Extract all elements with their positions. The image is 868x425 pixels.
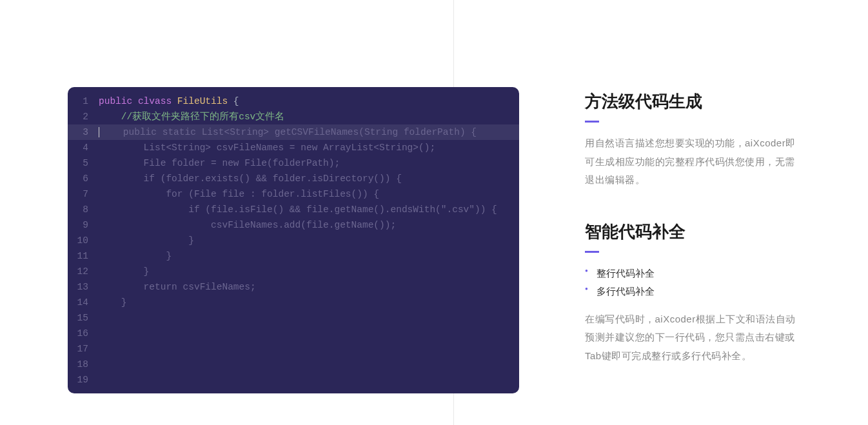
code-line: for (File file : folder.listFiles()) {: [99, 186, 519, 202]
line-number: 1: [68, 94, 88, 109]
feature-codegen: 方法级代码生成 用自然语言描述您想要实现的功能，aiXcoder即可生成相应功能…: [585, 90, 800, 190]
feature-description: 用自然语言描述您想要实现的功能，aiXcoder即可生成相应功能的完整程序代码供…: [585, 134, 800, 190]
line-number: 13: [68, 279, 88, 295]
code-line: //获取文件夹路径下的所有csv文件名: [99, 109, 519, 124]
code-editor-panel: 1 2 3 4 5 6 7 8 9 10 11 12 13 14 15 16 1…: [68, 87, 519, 393]
feature-bullet-list: 整行代码补全 多行代码补全: [585, 264, 800, 301]
line-number: 12: [68, 264, 88, 279]
code-line: return csvFileNames;: [99, 279, 519, 295]
line-number: 5: [68, 155, 88, 171]
features-panel: 方法级代码生成 用自然语言描述您想要实现的功能，aiXcoder即可生成相应功能…: [551, 87, 800, 396]
bullet-item: 多行代码补全: [585, 282, 800, 301]
line-number: 11: [68, 248, 88, 264]
code-line: }: [99, 295, 519, 310]
main-container: 1 2 3 4 5 6 7 8 9 10 11 12 13 14 15 16 1…: [0, 0, 868, 425]
line-number: 8: [68, 202, 88, 217]
line-number: 19: [68, 372, 88, 388]
bullet-item: 整行代码补全: [585, 264, 800, 283]
code-line: }: [99, 248, 519, 264]
line-number: 4: [68, 140, 88, 155]
code-body[interactable]: public clvass FileUtils { //获取文件夹路径下的所有c…: [94, 94, 519, 388]
line-number: 16: [68, 326, 88, 341]
line-number: 14: [68, 295, 88, 310]
line-number: 9: [68, 217, 88, 233]
line-number: 18: [68, 357, 88, 372]
line-number: 2: [68, 109, 88, 124]
feature-completion: 智能代码补全 整行代码补全 多行代码补全 在编写代码时，aiXcoder根据上下…: [585, 221, 800, 366]
title-underline: [585, 121, 599, 123]
code-line-suggestion: public static List<String> getCSVFileNam…: [68, 124, 519, 140]
code-line: }: [99, 233, 519, 248]
feature-title: 智能代码补全: [585, 221, 800, 243]
line-number: 15: [68, 310, 88, 326]
feature-description: 在编写代码时，aiXcoder根据上下文和语法自动预测并建议您的下一行代码，您只…: [585, 310, 800, 366]
code-line: List<String> csvFileNames = new ArrayLis…: [99, 140, 519, 155]
code-line: File folder = new File(folderPath);: [99, 155, 519, 171]
line-number: 10: [68, 233, 88, 248]
title-underline: [585, 251, 599, 253]
code-line: if (file.isFile() && file.getName().ends…: [99, 202, 519, 217]
line-number: 6: [68, 171, 88, 186]
code-line: }: [99, 264, 519, 279]
code-line: public clvass FileUtils {: [99, 94, 519, 109]
line-number: 17: [68, 341, 88, 357]
code-line: if (folder.exists() && folder.isDirector…: [99, 171, 519, 186]
cursor-icon: [99, 127, 99, 137]
code-line: csvFileNames.add(file.getName());: [99, 217, 519, 233]
line-number: 7: [68, 186, 88, 202]
feature-title: 方法级代码生成: [585, 90, 800, 113]
